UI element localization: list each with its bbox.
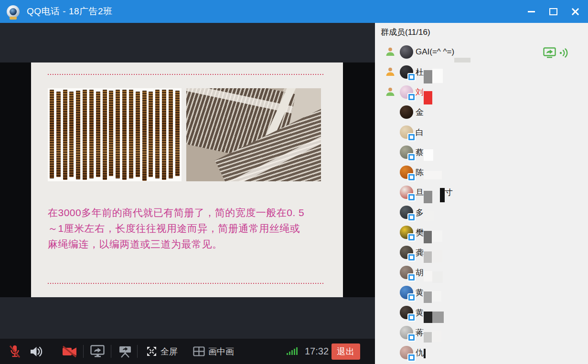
bamboo-strip: [122, 90, 127, 180]
member-row[interactable]: 龚: [375, 242, 588, 262]
redaction-block: [424, 211, 434, 221]
member-list: GAI(=^ ^=)杜刘金白蔡陈旦寸多樊龚胡黄黄蒋仇: [375, 42, 588, 363]
member-name-wrap: GAI(=^ ^=): [416, 42, 470, 62]
bamboo-strip: [142, 91, 147, 181]
redaction-block: [424, 171, 442, 179]
member-name: 旦: [416, 187, 424, 198]
qq-call-webcam-icon: [7, 5, 20, 18]
close-button[interactable]: [568, 4, 582, 19]
screen-share-view: 在3000多年前的商代就已有简册了，简的宽度一般在0. 5 ～1厘米左右，长度往…: [0, 23, 375, 364]
member-row[interactable]: 金: [375, 102, 588, 122]
call-timer: 17:32: [305, 339, 329, 364]
member-name: GAI(=^ ^=): [416, 47, 454, 57]
member-name: 多: [416, 207, 424, 218]
fullscreen-button[interactable]: 全屏: [146, 339, 178, 364]
presence-person-icon: [385, 67, 395, 76]
member-row[interactable]: 白: [375, 122, 588, 142]
member-name-wrap: 陈: [416, 162, 442, 182]
member-row[interactable]: 多: [375, 202, 588, 222]
slide-dotted-rule-bottom: [48, 283, 325, 284]
camera-off-icon: [61, 344, 78, 359]
member-name: 蔡: [416, 147, 424, 158]
maximize-button[interactable]: [546, 4, 560, 19]
member-row[interactable]: 黄: [375, 302, 588, 322]
redaction-block: [424, 251, 432, 263]
member-name-wrap: 胡: [416, 262, 443, 282]
pip-button[interactable]: 画中画: [193, 339, 234, 364]
bamboo-strip: [116, 90, 120, 178]
member-name-wrap: 仇: [416, 343, 426, 363]
member-row[interactable]: 刘: [375, 82, 588, 102]
bamboo-strip: [63, 90, 67, 180]
member-name: 蒋: [416, 327, 424, 338]
bamboo-strip: [129, 90, 133, 178]
member-row[interactable]: 旦寸: [375, 182, 588, 202]
member-name-wrap: 黄: [416, 302, 444, 322]
presence-person-icon: [385, 87, 395, 96]
member-name: 金: [416, 107, 424, 118]
redaction-block: [424, 312, 432, 323]
member-name: 胡: [416, 267, 424, 278]
member-row[interactable]: 黄: [375, 282, 588, 302]
member-row[interactable]: GAI(=^ ^=): [375, 42, 588, 62]
screen-share-button[interactable]: [90, 339, 105, 364]
mic-mute-button[interactable]: [8, 339, 22, 364]
video-badge-icon: [407, 273, 416, 281]
bamboo-strip: [175, 91, 180, 176]
minimize-button[interactable]: [524, 4, 538, 19]
signal-strength-icon: [287, 347, 298, 355]
member-row[interactable]: 杜: [375, 62, 588, 82]
video-letterbox-bottom: [0, 297, 375, 339]
screen-share-indicator-icon: [543, 47, 556, 60]
member-row[interactable]: 樊: [375, 222, 588, 242]
redaction-block: [432, 312, 444, 323]
slide-body-text: 在3000多年前的商代就已有简册了，简的宽度一般在0. 5 ～1厘米左右，长度往…: [48, 205, 327, 252]
video-badge-icon: [407, 213, 416, 221]
member-sidebar: 群成员(11/16) GAI(=^ ^=)杜刘金白蔡陈旦寸多樊龚胡黄黄蒋仇: [375, 23, 588, 364]
redaction-block: [424, 332, 432, 343]
member-name-wrap: 龚: [416, 242, 442, 262]
video-badge-icon: [407, 354, 416, 362]
bamboo-strip: [69, 92, 74, 177]
member-name-wrap: 黄: [416, 282, 441, 302]
mic-muted-icon: [8, 344, 22, 359]
signal-bar: [291, 350, 293, 355]
member-row[interactable]: 陈: [375, 162, 588, 182]
exit-button[interactable]: 退出: [331, 343, 360, 360]
projector-icon: [118, 345, 133, 358]
redaction-block: [432, 331, 441, 342]
bamboo-strip: [76, 91, 80, 179]
video-badge-icon: [407, 333, 416, 342]
bamboo-strip: [109, 91, 113, 176]
member-name: 陈: [416, 167, 424, 178]
member-row[interactable]: 仇: [375, 343, 588, 363]
voice-active-indicator-icon: [559, 48, 568, 60]
redaction-block: [424, 70, 432, 83]
member-name-wrap: 蔡: [416, 142, 433, 162]
member-name: 樊: [416, 227, 424, 238]
signal-bar: [294, 349, 295, 355]
webcam-base: [10, 17, 17, 20]
video-badge-icon: [407, 233, 416, 241]
member-name-wrap: 樊: [416, 222, 442, 242]
bamboo-strip: [96, 92, 100, 177]
video-letterbox-top: [0, 23, 375, 62]
signal-bar: [289, 352, 290, 355]
camera-toggle-button[interactable]: [61, 339, 78, 364]
avatar: [400, 45, 413, 59]
slide-dotted-rule-top: [48, 74, 325, 75]
member-row[interactable]: 胡: [375, 262, 588, 282]
bamboo-slips-image: [48, 88, 182, 181]
member-name-wrap: 杜: [416, 62, 443, 82]
close-icon: [571, 8, 579, 16]
member-row[interactable]: 蒋: [375, 322, 588, 343]
presentation-share-button[interactable]: [118, 339, 133, 364]
member-row[interactable]: 蔡: [375, 142, 588, 162]
speaker-button[interactable]: [29, 339, 43, 364]
window-title: QQ电话 - 18广告2班: [27, 5, 113, 18]
member-name: 刘: [416, 87, 424, 98]
name-gap: [432, 192, 440, 193]
minimize-icon: [528, 11, 535, 12]
member-name: 仇: [416, 347, 424, 358]
bamboo-strip: [83, 90, 87, 180]
